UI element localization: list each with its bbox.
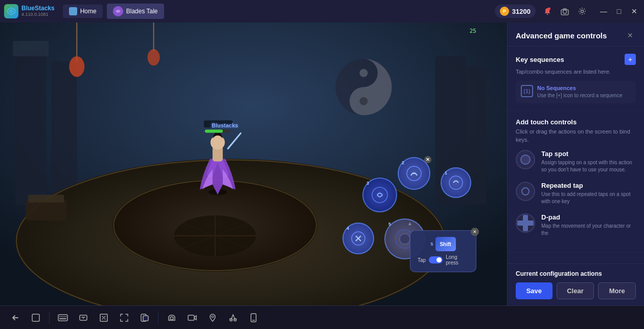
svg-rect-48 xyxy=(58,315,67,321)
no-sequences-desc: Use the [+] icon to record a sequence xyxy=(537,92,623,99)
config-title: Current configuration actions xyxy=(516,270,636,277)
svg-rect-47 xyxy=(32,314,39,321)
main-content: Blustacks 25 1 2 ✕ xyxy=(0,23,644,305)
panel-header: Advanced game controls ✕ xyxy=(508,23,644,47)
dpad-name: D-pad xyxy=(541,213,636,221)
tap-spot-icon xyxy=(516,150,535,169)
dpad-item: D-pad Map the movement of your character… xyxy=(516,213,636,237)
fps-counter: 25 xyxy=(470,28,476,34)
camera-icon[interactable] xyxy=(559,6,570,17)
svg-rect-10 xyxy=(13,41,49,56)
svg-rect-9 xyxy=(15,51,46,205)
home-tab[interactable]: Home xyxy=(63,5,103,18)
svg-point-41 xyxy=(449,176,463,189)
app-branding: BlueStacks 4.110.0.1081 xyxy=(4,4,55,18)
coin-icon: P xyxy=(500,7,509,16)
skill-3-icon xyxy=(371,186,388,204)
skill-4-icon xyxy=(351,231,366,246)
skill-1-icon xyxy=(448,175,464,190)
skill-2-icon xyxy=(406,165,422,182)
no-sequences-box: (1) No Sequences Use the [+] icon to rec… xyxy=(516,81,636,103)
back-button[interactable] xyxy=(6,309,25,327)
skill-button-4[interactable]: 4 xyxy=(342,223,374,254)
svg-rect-6 xyxy=(561,10,568,15)
long-press-label: Long press xyxy=(446,254,469,266)
skill-4-number: 4 xyxy=(347,226,349,231)
home-button[interactable] xyxy=(27,309,45,327)
svg-rect-40 xyxy=(205,129,223,133)
close-button[interactable]: ✕ xyxy=(629,6,640,17)
key-sequences-section: Key sequences + Tap/combo sequences are … xyxy=(508,47,644,111)
player-name: Blustacks xyxy=(212,122,238,128)
svg-point-5 xyxy=(563,10,567,14)
video-icon[interactable] xyxy=(183,309,201,327)
svg-point-19 xyxy=(359,69,367,77)
coin-display: P 31200 xyxy=(495,5,536,18)
skill-2-number: 2 xyxy=(402,160,404,165)
maximize-button[interactable]: □ xyxy=(613,6,625,17)
tap-longpress-toggle[interactable] xyxy=(429,256,443,264)
tap-spot-icon-inner xyxy=(520,155,531,165)
key-sequences-description: Tap/combo sequences are listed here. xyxy=(516,68,636,76)
sequence-icon: (1) xyxy=(521,85,533,97)
skill-1-number: 1 xyxy=(445,170,447,176)
skill-5-number: 5 xyxy=(388,222,391,227)
skill-button-1[interactable]: 1 xyxy=(441,167,471,198)
cut-icon[interactable] xyxy=(224,309,242,327)
svg-point-17 xyxy=(148,49,160,65)
keyboard-icon[interactable] xyxy=(54,309,72,327)
location-icon[interactable] xyxy=(203,309,222,327)
minimize-button[interactable]: — xyxy=(598,6,609,17)
bottom-toolbar xyxy=(0,305,644,329)
repeated-tap-info: Repeated tap Use this to add repeated ta… xyxy=(541,182,636,205)
dpad-icon xyxy=(517,215,534,231)
settings-icon[interactable] xyxy=(577,6,588,17)
svg-rect-31 xyxy=(28,195,64,203)
movement-arrows: ▲ xyxy=(407,221,412,226)
no-sequences-text: No Sequences Use the [+] icon to record … xyxy=(537,85,623,99)
svg-rect-11 xyxy=(51,61,77,205)
svg-point-15 xyxy=(69,56,84,77)
tap-spot-description: Assign tapping on a spot with this actio… xyxy=(541,159,636,173)
skill-3-number: 3 xyxy=(366,181,369,186)
svg-point-36 xyxy=(211,135,225,149)
tap-spot-name: Tap spot xyxy=(541,150,636,158)
resize-icon[interactable] xyxy=(95,309,113,327)
svg-point-4 xyxy=(548,8,550,10)
dpad-info: D-pad Map the movement of your character… xyxy=(541,213,636,237)
panel-close-button[interactable]: ✕ xyxy=(625,30,636,41)
touch-controls-description: Click or drag the actions on the screen … xyxy=(516,128,636,144)
svg-point-46 xyxy=(400,234,410,244)
svg-point-7 xyxy=(581,10,584,13)
notification-icon[interactable] xyxy=(542,6,553,17)
phone-icon[interactable] xyxy=(244,309,263,327)
dpad-icon-container xyxy=(516,213,535,233)
more-button[interactable]: More xyxy=(598,282,636,299)
skill-5-badge-label: 5 xyxy=(430,242,433,247)
game-tab[interactable]: Blades Tale xyxy=(107,4,164,19)
save-button[interactable]: Save xyxy=(516,282,553,299)
window-controls: — □ ✕ xyxy=(598,6,640,17)
add-sequence-button[interactable]: + xyxy=(625,54,636,65)
game-viewport[interactable]: Blustacks 25 1 2 ✕ xyxy=(0,23,507,305)
shift-popup-close[interactable]: ✕ xyxy=(471,228,479,236)
touch-controls-section: Add touch controls Click or drag the act… xyxy=(508,111,644,253)
shift-key-popup: ✕ 5 Shift Tap Long press xyxy=(410,230,476,272)
right-panel: Advanced game controls ✕ Key sequences +… xyxy=(507,23,644,305)
repeated-tap-description: Use this to add repeated taps on a spot … xyxy=(541,191,636,205)
game-tab-icon xyxy=(113,6,123,16)
skill-button-3[interactable]: 3 xyxy=(362,178,397,212)
skill-2-close[interactable]: ✕ xyxy=(424,156,431,163)
fullscreen-icon[interactable] xyxy=(115,309,133,327)
repeated-tap-icon-inner xyxy=(521,187,530,195)
skill-button-2[interactable]: 2 ✕ xyxy=(398,157,430,190)
svg-point-3 xyxy=(547,14,548,15)
svg-rect-62 xyxy=(188,315,194,320)
panel-body: Key sequences + Tap/combo sequences are … xyxy=(508,47,644,264)
tap-toggle-row: Tap Long press xyxy=(418,254,469,266)
shift-badge: Shift xyxy=(435,237,456,251)
camera-tool-icon[interactable] xyxy=(163,309,181,327)
rotate-icon[interactable] xyxy=(135,309,154,327)
text-input-icon[interactable] xyxy=(74,309,93,327)
clear-button[interactable]: Clear xyxy=(557,282,594,299)
